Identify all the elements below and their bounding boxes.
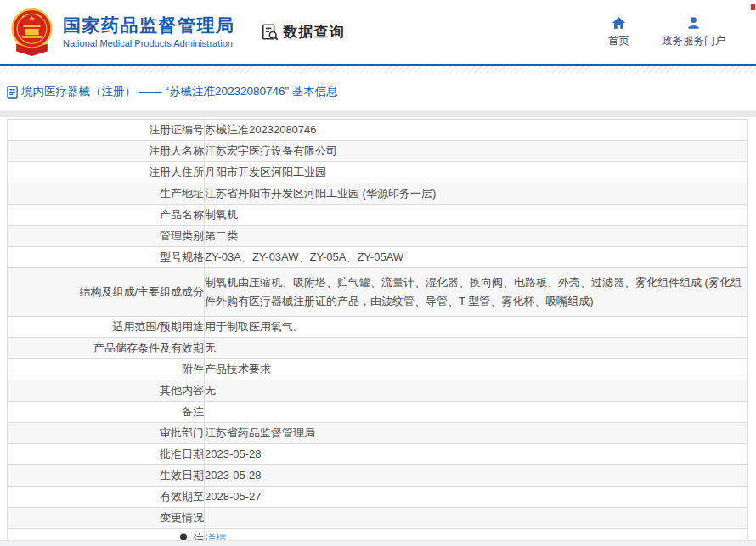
row-value-cell: 2028-05-27 (205, 487, 748, 508)
data-query-tab[interactable]: 数据查询 (261, 22, 345, 42)
table-row: 备注 (8, 402, 748, 423)
row-label-cell: 生效日期 (8, 465, 205, 487)
row-label-cell: 审批部门 (8, 423, 205, 444)
page-title: 境内医疗器械（注册） —— “苏械注准20232080746” 基本信息 (21, 84, 338, 99)
nav-gov-portal-label: 政务服务门户 (662, 34, 725, 48)
table-row: 适用范围/预期用途 用于制取医用氧气。 (8, 317, 748, 338)
row-value-cell: 江苏省丹阳市开发区河阳工业园 (华源印务一层) (205, 183, 748, 205)
document-search-icon (261, 23, 279, 42)
section-separator (0, 110, 756, 117)
table-row: 注册人住所 丹阳市开发区河阳工业园 (8, 162, 748, 183)
document-icon (7, 86, 18, 99)
table-row: 其他内容 无 (8, 380, 748, 402)
table-row: 产品储存条件及有效期 无 (8, 338, 748, 359)
data-query-label: 数据查询 (284, 22, 345, 42)
table-row: 审批部门 江苏省药品监督管理局 (8, 423, 748, 444)
svg-text:★: ★ (21, 14, 25, 19)
row-label-cell: 注册证编号 (8, 120, 205, 141)
row-value-cell: 2023-05-28 (205, 444, 748, 465)
table-row: 管理类别 第二类 (8, 226, 748, 247)
table-row: 生产地址 江苏省丹阳市开发区河阳工业园 (华源印务一层) (8, 183, 748, 205)
row-label-cell: 其他内容 (8, 380, 205, 402)
row-value-cell: 丹阳市开发区河阳工业园 (205, 162, 748, 183)
svg-text:★: ★ (39, 14, 42, 19)
home-icon (612, 16, 626, 30)
table-row: 产品名称 制氧机 (8, 205, 748, 226)
row-label-cell: 管理类别 (8, 226, 205, 247)
org-title-block: 国家药品监督管理局 National Medical Products Admi… (63, 15, 235, 48)
row-value-cell: 第二类 (205, 226, 748, 247)
row-value-cell (205, 402, 748, 423)
table-row: 注册人名称 江苏宏宇医疗设备有限公司 (8, 141, 748, 162)
row-value-cell (205, 508, 748, 529)
table-row: 批准日期 2023-05-28 (8, 444, 748, 465)
row-value-cell: 江苏省药品监督管理局 (205, 423, 748, 444)
table-row: 变更情况 (8, 508, 748, 529)
table-row: 注册证编号 苏械注准20232080746 (8, 120, 748, 141)
registration-info-table: 注册证编号 苏械注准20232080746 注册人名称 江苏宏宇医疗设备有限公司… (7, 119, 748, 546)
row-value-cell: 制氧机由压缩机、吸附塔、贮气罐、流量计、湿化器、换向阀、电路板、外壳、过滤器、雾… (205, 268, 748, 317)
row-label-cell: 批准日期 (8, 444, 205, 465)
site-header: ★ ★ ★ 国家药品监督管理局 National Medical Product… (0, 0, 756, 64)
row-label-cell: 型号规格 (8, 247, 205, 268)
hatch-pattern-band (0, 66, 756, 73)
registration-info-table-wrap: 注册证编号 苏械注准20232080746 注册人名称 江苏宏宇医疗设备有限公司… (0, 117, 756, 546)
row-label-cell: 适用范围/预期用途 (8, 317, 205, 338)
row-value-cell: 无 (205, 338, 748, 359)
row-label-cell: 备注 (8, 402, 205, 423)
national-emblem-logo: ★ ★ ★ (8, 8, 55, 56)
row-value-cell: 制氧机 (205, 205, 748, 226)
row-label-cell: 变更情况 (8, 508, 205, 529)
row-value-cell: ZY-03A、ZY-03AW、ZY-05A、ZY-05AW (205, 247, 748, 268)
table-row: 附件 产品技术要求 (8, 359, 748, 380)
org-name-cn: 国家药品监督管理局 (63, 15, 235, 36)
row-value-cell: 用于制取医用氧气。 (205, 317, 748, 338)
row-label-cell: 产品储存条件及有效期 (8, 338, 205, 359)
nav-gov-portal[interactable]: 政务服务门户 (662, 16, 725, 48)
row-value-cell: 产品技术要求 (205, 359, 748, 380)
row-value-cell: 苏械注准20232080746 (205, 120, 748, 141)
row-label-cell: 有效期至 (8, 487, 205, 508)
footer-strip (0, 540, 756, 546)
table-row: 生效日期 2023-05-28 (8, 465, 748, 487)
row-label-cell: 生产地址 (8, 183, 205, 205)
row-label-cell: 附件 (8, 359, 205, 380)
row-label-cell: 注册人住所 (8, 162, 205, 183)
table-row: 结构及组成/主要组成成分 制氧机由压缩机、吸附塔、贮气罐、流量计、湿化器、换向阀… (8, 268, 748, 317)
row-value-cell: 江苏宏宇医疗设备有限公司 (205, 141, 748, 162)
table-row: 型号规格 ZY-03A、ZY-03AW、ZY-05A、ZY-05AW (8, 247, 748, 268)
breadcrumb: 境内医疗器械（注册） —— “苏械注准20232080746” 基本信息 (0, 73, 756, 110)
table-row: 有效期至 2028-05-27 (8, 487, 748, 508)
scrollbar-marker (751, 4, 755, 10)
person-icon (686, 16, 701, 30)
org-name-en: National Medical Products Administration (63, 38, 235, 48)
svg-text:★: ★ (28, 14, 35, 23)
nav-home-label: 首页 (608, 34, 629, 48)
row-value-cell: 2023-05-28 (205, 465, 748, 487)
header-nav: 首页 政务服务门户 (608, 16, 725, 48)
row-value-cell: 无 (205, 380, 748, 402)
row-label-cell: 注册人名称 (8, 141, 205, 162)
row-label-cell: 结构及组成/主要组成成分 (8, 268, 205, 317)
nav-home[interactable]: 首页 (608, 16, 629, 48)
row-label-cell: 产品名称 (8, 205, 205, 226)
